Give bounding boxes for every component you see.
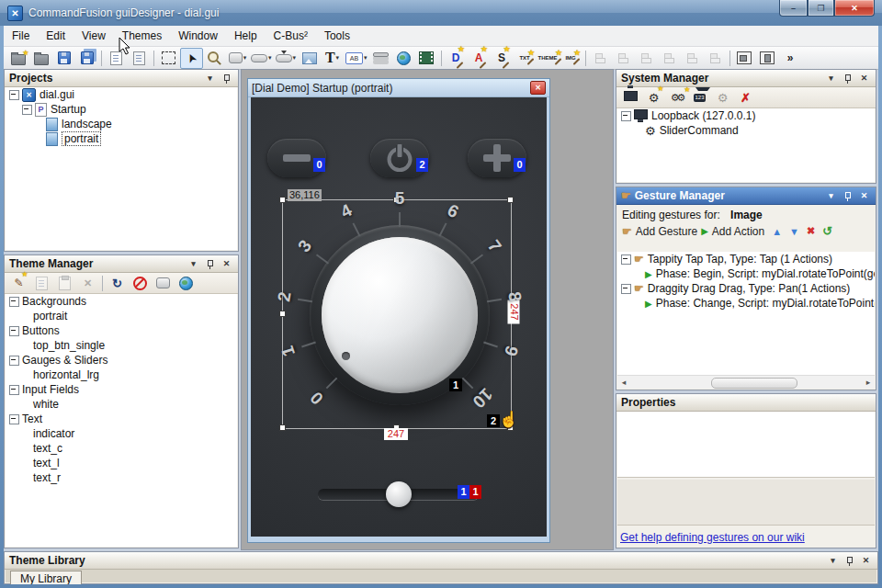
add-system-icon[interactable] xyxy=(619,87,642,108)
tree-item-loopback[interactable]: Loopback (127.0.0.1) xyxy=(617,108,875,123)
menu-file[interactable]: File xyxy=(4,26,38,46)
move-up-icon[interactable]: ▲ xyxy=(772,226,782,237)
minimize-button[interactable]: – xyxy=(779,0,808,17)
collapse-icon[interactable] xyxy=(9,356,19,366)
pin-icon[interactable] xyxy=(203,257,217,270)
selection-handle[interactable] xyxy=(279,311,286,317)
tree-item-portrait-bg[interactable]: portrait xyxy=(6,309,237,323)
selection-handle[interactable] xyxy=(279,197,286,203)
add-gesture-button[interactable]: Add Gesture xyxy=(636,225,697,238)
new-project-icon[interactable] xyxy=(6,48,29,69)
menu-window[interactable]: Window xyxy=(170,26,226,46)
align-right-icon[interactable] xyxy=(635,48,658,69)
pin-icon[interactable] xyxy=(220,72,233,85)
open-project-icon[interactable] xyxy=(29,48,52,69)
web-view-tool-icon[interactable] xyxy=(392,48,415,69)
collapse-icon[interactable] xyxy=(9,326,19,336)
menu-view[interactable]: View xyxy=(74,26,114,46)
scroll-left-icon[interactable]: ◂ xyxy=(617,378,630,387)
close-icon[interactable]: ✕ xyxy=(857,189,871,202)
device-wizard-icon[interactable]: D xyxy=(445,48,468,69)
scrollbar-track[interactable] xyxy=(630,377,862,388)
disable-theme-icon[interactable] xyxy=(129,273,152,294)
align-center-icon[interactable] xyxy=(612,48,635,69)
menu-help[interactable]: Help xyxy=(226,26,266,46)
tree-item-slidercommand[interactable]: ⚙ SliderCommand xyxy=(617,123,875,138)
chevron-down-icon[interactable]: ▾ xyxy=(268,54,272,62)
pin-icon[interactable] xyxy=(842,554,856,567)
tree-item-indicator[interactable]: indicator xyxy=(6,426,237,441)
edit-command-icon[interactable]: ⚙ xyxy=(711,87,734,108)
tree-group-text[interactable]: Text xyxy=(6,412,237,426)
online-themes-icon[interactable] xyxy=(175,273,198,294)
collapse-icon[interactable] xyxy=(22,105,32,115)
tree-group-backgrounds[interactable]: Backgrounds xyxy=(6,294,237,309)
tab-my-library[interactable]: My Library xyxy=(10,571,82,584)
collapse-icon[interactable] xyxy=(621,111,631,121)
collapse-icon[interactable] xyxy=(9,385,19,395)
page-manager-icon[interactable] xyxy=(128,48,151,69)
chevron-down-icon[interactable]: ▾ xyxy=(336,54,340,62)
add-command-icon[interactable]: ⚙ xyxy=(642,87,665,108)
maximize-button[interactable]: ❐ xyxy=(808,0,834,17)
pin-icon[interactable] xyxy=(841,72,854,85)
chevron-down-icon[interactable]: ▾ xyxy=(293,54,297,62)
selection-handle[interactable] xyxy=(279,424,286,431)
chevron-down-icon[interactable]: ▾ xyxy=(187,257,200,270)
gauge-tool-icon[interactable]: ▾ xyxy=(274,48,299,69)
collapse-icon[interactable] xyxy=(9,297,19,307)
slider-knob[interactable] xyxy=(386,481,412,507)
save-all-icon[interactable] xyxy=(75,48,98,69)
align-middle-icon[interactable] xyxy=(681,48,704,69)
tree-item-dial-gui[interactable]: ✕ dial.gui xyxy=(6,87,237,102)
refresh-themes-icon[interactable]: ↻ xyxy=(106,273,129,294)
add-macro-icon[interactable]: ⚙⚙ xyxy=(665,87,688,108)
close-icon[interactable]: ✕ xyxy=(220,257,233,270)
slider-tool-icon[interactable]: ▾ xyxy=(249,48,274,69)
align-left-icon[interactable] xyxy=(589,48,612,69)
chevron-down-icon[interactable]: ▾ xyxy=(824,72,838,85)
chevron-down-icon[interactable]: ▾ xyxy=(824,189,838,202)
select-tool-icon[interactable] xyxy=(157,48,180,69)
canvas-close-icon[interactable]: ✕ xyxy=(530,81,546,95)
gesture-item-pan[interactable]: ☛ Draggity Drag Drag, Type: Pan(1 Action… xyxy=(617,281,875,296)
gesture-action-begin[interactable]: ▶ Phase: Begin, Script: myDial.rotateToP… xyxy=(617,266,875,281)
canvas-title-bar[interactable]: [Dial Demo] Startup (portrait) ✕ xyxy=(248,79,549,97)
tree-group-buttons[interactable]: Buttons xyxy=(6,323,237,338)
close-icon[interactable]: ✕ xyxy=(859,554,873,567)
action-wizard-icon[interactable]: A xyxy=(468,48,491,69)
snap-position-icon[interactable] xyxy=(733,48,756,69)
chevron-down-icon[interactable]: ▾ xyxy=(364,54,368,62)
collapse-icon[interactable] xyxy=(621,284,631,294)
system-wizard-icon[interactable]: S xyxy=(491,48,514,69)
new-theme-icon[interactable]: ✎ xyxy=(7,273,30,294)
horizontal-scrollbar[interactable]: ◂ ▸ xyxy=(617,375,875,389)
close-icon[interactable]: ✕ xyxy=(857,72,871,85)
tree-item-text-l[interactable]: text_l xyxy=(6,456,237,470)
wiki-help-link[interactable]: Get help defining gestures on our wiki xyxy=(620,531,805,544)
menu-edit[interactable]: Edit xyxy=(38,26,74,46)
align-bottom-icon[interactable] xyxy=(704,48,727,69)
copy-theme-icon[interactable] xyxy=(30,273,53,294)
tree-item-text-r[interactable]: text_r xyxy=(6,470,237,485)
delete-gesture-icon[interactable]: ✖ xyxy=(807,225,815,237)
add-script-icon[interactable]: 123 xyxy=(688,87,711,108)
button-tool-icon[interactable]: ▾ xyxy=(226,48,249,69)
toolbar-overflow-icon[interactable]: » xyxy=(779,48,802,69)
tree-group-input-fields[interactable]: Input Fields xyxy=(6,382,237,397)
tree-item-portrait[interactable]: portrait xyxy=(6,131,237,146)
canvas-screen[interactable]: 0 2 0 xyxy=(251,97,547,537)
scroll-right-icon[interactable]: ▸ xyxy=(862,378,875,387)
scrollbar-thumb[interactable] xyxy=(711,378,797,389)
chevron-down-icon[interactable]: ▾ xyxy=(243,54,247,62)
collapse-icon[interactable] xyxy=(9,414,19,424)
tree-item-white[interactable]: white xyxy=(6,397,237,412)
collapse-icon[interactable] xyxy=(621,254,631,265)
save-icon[interactable] xyxy=(52,48,75,69)
move-down-icon[interactable]: ▼ xyxy=(789,226,799,237)
tree-group-gauges[interactable]: Gauges & Sliders xyxy=(6,353,237,368)
theme-wizard-icon[interactable]: THEME xyxy=(537,48,560,69)
chevron-down-icon[interactable]: ▾ xyxy=(826,554,840,567)
snap-size-icon[interactable] xyxy=(756,48,779,69)
align-top-icon[interactable] xyxy=(658,48,681,69)
